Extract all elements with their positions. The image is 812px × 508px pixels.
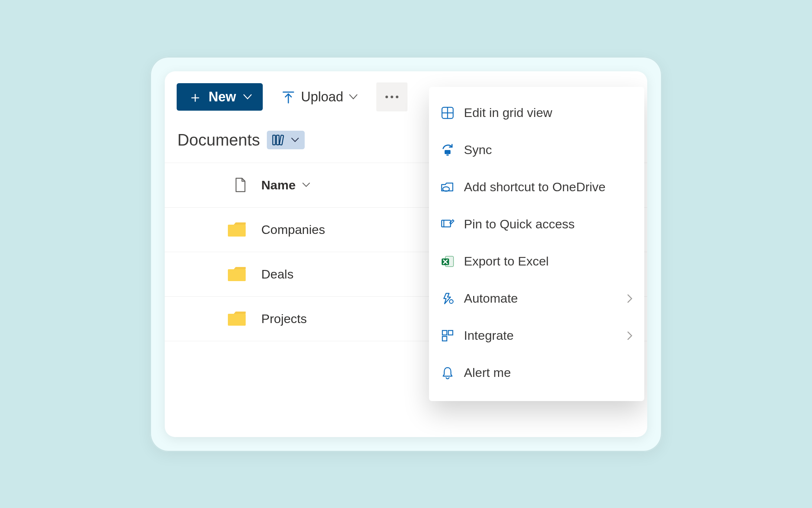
chevron-right-icon (627, 294, 632, 303)
grid-edit-icon (440, 105, 455, 120)
menu-sync[interactable]: Sync (429, 131, 644, 169)
svg-point-4 (396, 95, 399, 98)
more-actions-menu: Edit in grid view Sync Add shortcut to O… (429, 87, 644, 401)
sharepoint-window: ＋ New Upload (165, 71, 647, 437)
library-title: Documents (177, 131, 260, 149)
chevron-right-icon (627, 331, 632, 340)
integrate-icon (440, 328, 455, 343)
menu-alert-me[interactable]: Alert me (429, 354, 644, 391)
upload-button[interactable]: Upload (276, 85, 363, 109)
upload-button-label: Upload (301, 89, 343, 105)
svg-rect-12 (446, 154, 449, 156)
svg-rect-24 (279, 135, 283, 145)
menu-integrate[interactable]: Integrate (429, 317, 644, 354)
svg-point-3 (391, 95, 393, 98)
menu-add-shortcut-onedrive[interactable]: Add shortcut to OneDrive (429, 169, 644, 206)
new-button-label: New (209, 89, 236, 105)
menu-item-label: Sync (464, 143, 492, 157)
svg-rect-25 (228, 225, 246, 237)
menu-pin-quick-access[interactable]: Pin to Quick access (429, 206, 644, 243)
menu-export-excel[interactable]: Export to Excel (429, 243, 644, 280)
svg-rect-20 (448, 330, 453, 335)
outer-card: ＋ New Upload (150, 56, 662, 452)
plus-icon: ＋ (188, 89, 203, 104)
more-actions-button[interactable] (376, 82, 407, 111)
svg-rect-14 (442, 220, 451, 227)
folder-icon (227, 222, 246, 237)
ellipsis-icon (384, 95, 399, 99)
folder-icon (227, 266, 246, 282)
menu-item-label: Pin to Quick access (464, 217, 575, 231)
svg-rect-21 (442, 336, 447, 341)
chevron-down-icon (291, 138, 299, 142)
item-name: Projects (261, 312, 307, 326)
excel-icon (440, 254, 455, 269)
menu-item-label: Automate (464, 291, 518, 306)
onedrive-shortcut-icon (440, 180, 455, 195)
menu-item-label: Integrate (464, 328, 514, 343)
folder-icon (227, 311, 246, 326)
menu-edit-in-grid-view[interactable]: Edit in grid view (429, 94, 644, 131)
item-name: Companies (261, 222, 325, 237)
item-name: Deals (261, 267, 294, 281)
svg-rect-11 (445, 150, 451, 154)
svg-point-18 (449, 300, 453, 303)
automate-icon (440, 291, 455, 306)
svg-rect-27 (228, 314, 246, 326)
command-bar: ＋ New Upload (165, 71, 647, 123)
pin-icon (440, 217, 455, 232)
chevron-down-icon (243, 94, 252, 100)
svg-rect-22 (273, 135, 275, 145)
chevron-down-icon (349, 94, 357, 100)
column-header-label: Name (261, 178, 296, 192)
svg-point-2 (386, 95, 388, 98)
columns-view-dropdown[interactable] (267, 131, 305, 149)
svg-rect-26 (228, 269, 246, 281)
upload-icon (282, 90, 295, 104)
bell-icon (440, 365, 455, 380)
new-button[interactable]: ＋ New (177, 83, 263, 111)
column-header-name[interactable]: Name (261, 178, 454, 192)
svg-rect-19 (442, 330, 447, 335)
column-header-type[interactable] (165, 178, 261, 192)
menu-item-label: Alert me (464, 365, 511, 380)
menu-item-label: Export to Excel (464, 254, 549, 268)
file-icon (235, 178, 246, 192)
menu-item-label: Edit in grid view (464, 105, 552, 120)
menu-automate[interactable]: Automate (429, 280, 644, 317)
chevron-down-icon (302, 183, 310, 187)
columns-icon (272, 134, 286, 146)
svg-rect-23 (276, 135, 279, 145)
menu-item-label: Add shortcut to OneDrive (464, 180, 606, 194)
sync-icon (440, 143, 455, 157)
